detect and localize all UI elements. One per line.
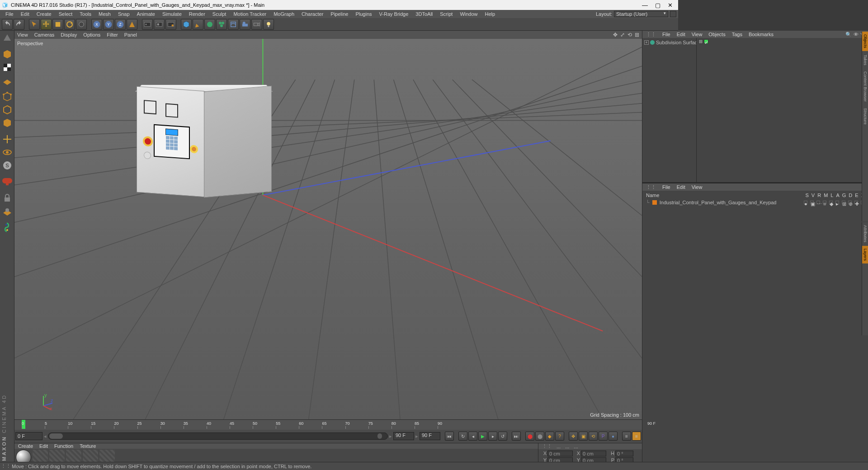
menu-select[interactable]: Select — [55, 11, 76, 17]
add-pen-button[interactable] — [193, 19, 203, 30]
svg-rect-12 — [157, 23, 160, 25]
add-nurbs-button[interactable] — [204, 19, 215, 30]
render-view-button[interactable] — [142, 19, 153, 30]
edges-mode[interactable] — [1, 103, 14, 116]
rotate-tool[interactable] — [64, 19, 75, 30]
menu-mograph[interactable]: MoGraph — [270, 11, 298, 17]
svg-rect-19 — [242, 24, 248, 26]
snap-button[interactable]: S — [1, 159, 14, 172]
render-settings-button[interactable] — [165, 19, 176, 30]
menu-window[interactable]: Window — [456, 11, 481, 17]
vp-move-icon[interactable]: ✥ — [613, 32, 618, 38]
layout-label: Layout: — [596, 11, 612, 17]
vp-layout-icon[interactable]: ⊞ — [635, 32, 639, 38]
texture-mode[interactable] — [1, 61, 14, 74]
layer-color-icon[interactable] — [652, 200, 657, 205]
redo-button[interactable] — [14, 19, 24, 30]
add-cube-button[interactable] — [181, 19, 192, 30]
menu-script[interactable]: Script — [436, 11, 456, 17]
svg-rect-0 — [56, 22, 61, 27]
points-mode[interactable] — [1, 90, 14, 103]
svg-point-1 — [67, 22, 72, 27]
list-header-name: Name — [646, 193, 659, 198]
menu-tools[interactable]: Tools — [76, 11, 95, 17]
vp-menu-view[interactable]: View — [17, 32, 28, 38]
rp-grip-icon-2[interactable]: ⋮⋮ — [646, 184, 656, 190]
menu-help[interactable]: Help — [481, 11, 499, 17]
svg-line-57 — [263, 195, 603, 331]
vp-zoom-icon[interactable]: ⤢ — [620, 32, 625, 38]
vp-menu-display[interactable]: Display — [61, 32, 77, 38]
last-tool[interactable] — [76, 19, 87, 30]
svg-line-44 — [14, 47, 642, 358]
vp-rotate-icon[interactable]: ⟲ — [627, 32, 632, 38]
y-axis-lock[interactable]: Y — [103, 19, 114, 30]
vp-menu-options[interactable]: Options — [83, 32, 100, 38]
menu-character[interactable]: Character — [298, 11, 327, 17]
svg-rect-21 — [254, 23, 258, 26]
model-mode[interactable] — [1, 48, 14, 61]
menu-plugins[interactable]: Plugins — [352, 11, 375, 17]
make-editable-button[interactable] — [1, 32, 14, 44]
minimize-button[interactable]: — — [642, 2, 648, 9]
vp-menu-filter[interactable]: Filter — [107, 32, 118, 38]
locked-workplane-button[interactable] — [1, 192, 14, 204]
viewport-solo-button[interactable] — [1, 146, 14, 159]
scale-tool[interactable] — [52, 19, 63, 30]
layout-config-button[interactable] — [670, 11, 676, 17]
x-axis-lock[interactable]: X — [91, 19, 102, 30]
layers-list[interactable]: Name SVRMLAGDEX └ Industrial_Control_Pan… — [642, 191, 678, 367]
z-axis-lock[interactable]: Z — [115, 19, 126, 30]
close-button[interactable]: ✕ — [668, 2, 673, 9]
menu-file[interactable]: File — [2, 11, 17, 17]
menu-3dtoall[interactable]: 3DToAll — [412, 11, 436, 17]
menu-v-ray-bridge[interactable]: V-Ray Bridge — [376, 11, 412, 17]
window-title: CINEMA 4D R17.016 Studio (R17) - [Indust… — [11, 2, 264, 8]
add-deformer-button[interactable] — [228, 19, 239, 30]
add-light-button[interactable] — [263, 19, 274, 30]
workplane-snap-button[interactable] — [1, 175, 14, 188]
menu-simulate[interactable]: Simulate — [159, 11, 185, 17]
menu-render[interactable]: Render — [185, 11, 209, 17]
svg-point-17 — [222, 22, 224, 24]
menu-motion-tracker[interactable]: Motion Tracker — [230, 11, 270, 17]
add-camera-button[interactable] — [251, 19, 262, 30]
menu-pipeline[interactable]: Pipeline — [327, 11, 352, 17]
layerpanel-menu-file[interactable]: File — [662, 184, 670, 190]
layout-dropdown[interactable]: Startup (User) — [614, 11, 668, 17]
render-pictureviewer-button[interactable] — [154, 19, 165, 30]
layerpanel-menu-edit[interactable]: Edit — [677, 184, 678, 190]
script-button[interactable] — [1, 221, 14, 234]
vp-menu-cameras[interactable]: Cameras — [34, 32, 55, 38]
add-environment-button[interactable] — [240, 19, 250, 30]
viewport-perspective[interactable]: Perspective — [14, 39, 642, 367]
menu-sculpt[interactable]: Sculpt — [209, 11, 230, 17]
objpanel-menu-edit[interactable]: Edit — [677, 32, 678, 38]
menu-mesh[interactable]: Mesh — [95, 11, 114, 17]
maximize-button[interactable]: ▢ — [655, 2, 660, 9]
menu-snap[interactable]: Snap — [114, 11, 133, 17]
move-tool[interactable] — [41, 19, 52, 30]
vp-menu-panel[interactable]: Panel — [124, 32, 137, 38]
live-select-tool[interactable] — [29, 19, 40, 30]
svg-point-28 — [10, 94, 12, 95]
planar-workplane-button[interactable] — [1, 205, 14, 217]
menu-animate[interactable]: Animate — [133, 11, 159, 17]
svg-rect-34 — [5, 197, 10, 202]
polygons-mode[interactable] — [1, 117, 14, 129]
add-generator-button[interactable] — [216, 19, 227, 30]
svg-point-27 — [6, 92, 8, 94]
tree-expand-button[interactable]: + — [644, 40, 649, 45]
rp-grip-icon[interactable]: ⋮⋮ — [646, 32, 656, 38]
menu-edit[interactable]: Edit — [17, 11, 33, 17]
menu-create[interactable]: Create — [33, 11, 55, 17]
tree-item-label[interactable]: Subdivision Surface — [656, 40, 678, 45]
layer-item-label[interactable]: Industrial_Control_Panel_with_Gauges_and… — [660, 200, 678, 205]
enable-axis-button[interactable] — [1, 133, 14, 146]
objpanel-menu-file[interactable]: File — [662, 32, 670, 38]
coord-system-button[interactable] — [127, 19, 137, 30]
undo-button[interactable] — [2, 19, 13, 30]
svg-rect-9 — [144, 22, 151, 26]
object-tree[interactable]: + Subdivision Surface ✔ — [642, 38, 678, 182]
workplane-mode[interactable] — [1, 74, 14, 87]
